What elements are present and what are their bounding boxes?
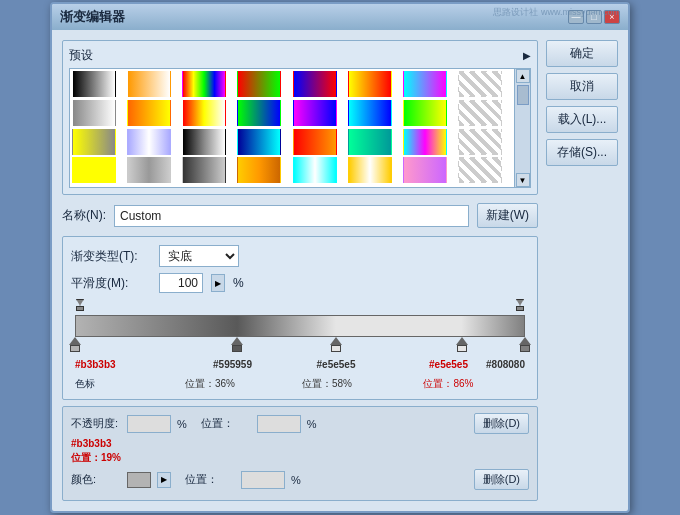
color-stop-marker[interactable] bbox=[456, 337, 468, 352]
preset-cell[interactable] bbox=[72, 157, 116, 183]
preset-cell[interactable] bbox=[293, 100, 337, 126]
color-stop-marker[interactable] bbox=[231, 337, 243, 352]
load-button[interactable]: 载入(L)... bbox=[546, 106, 618, 133]
opacity-edit-label: 不透明度: bbox=[71, 416, 121, 431]
ok-button[interactable]: 确定 bbox=[546, 40, 618, 67]
color-pos-input[interactable] bbox=[241, 471, 285, 489]
ann-595959: #595959 bbox=[213, 359, 252, 370]
delete-button-color[interactable]: 删除(D) bbox=[474, 469, 529, 490]
ann-pos-86: 位置：86% bbox=[423, 377, 473, 391]
preset-arrow-icon: ▶ bbox=[523, 50, 531, 61]
opacity-stop-right[interactable] bbox=[515, 299, 525, 311]
preset-cell[interactable] bbox=[403, 129, 447, 155]
preset-cell[interactable] bbox=[403, 157, 447, 183]
preset-cell[interactable] bbox=[237, 157, 281, 183]
preset-cell[interactable] bbox=[293, 157, 337, 183]
preset-cell[interactable] bbox=[348, 71, 392, 97]
preset-cell[interactable] bbox=[348, 129, 392, 155]
preset-cell[interactable] bbox=[348, 157, 392, 183]
new-button[interactable]: 新建(W) bbox=[477, 203, 538, 228]
cancel-button[interactable]: 取消 bbox=[546, 73, 618, 100]
name-row: 名称(N): 新建(W) bbox=[62, 203, 538, 228]
opacity-edit-row: 不透明度: % 位置： % 删除(D) bbox=[71, 413, 529, 434]
color-edit-row: 颜色: ▶ 位置： % 删除(D) bbox=[71, 469, 529, 490]
preset-cell[interactable] bbox=[182, 157, 226, 183]
scroll-thumb[interactable] bbox=[517, 85, 529, 105]
preset-grid bbox=[70, 69, 514, 187]
preset-cell[interactable] bbox=[403, 71, 447, 97]
ann-label-colorstop: 色标 bbox=[75, 377, 95, 391]
pos-edit-input[interactable] bbox=[257, 415, 301, 433]
delete-button-opacity[interactable]: 删除(D) bbox=[474, 413, 529, 434]
smoothness-input[interactable] bbox=[159, 273, 203, 293]
gradient-type-label: 渐变类型(T): bbox=[71, 248, 151, 265]
preset-cell[interactable] bbox=[293, 71, 337, 97]
preset-label-text: 预设 bbox=[69, 47, 93, 64]
top-stops bbox=[75, 299, 525, 315]
preset-cell[interactable] bbox=[458, 157, 502, 183]
save-button[interactable]: 存储(S)... bbox=[546, 139, 618, 166]
gradient-bar[interactable] bbox=[75, 315, 525, 337]
preset-scrollbar[interactable]: ▲ ▼ bbox=[514, 69, 530, 187]
color-swatch[interactable] bbox=[127, 472, 151, 488]
preset-label: 预设 ▶ bbox=[69, 47, 531, 64]
preset-cell[interactable] bbox=[182, 129, 226, 155]
watermark: 思路设计社 www.missyuan.com bbox=[493, 6, 620, 19]
smoothness-spinner[interactable]: ▶ bbox=[211, 274, 225, 292]
color-stop-marker[interactable] bbox=[519, 337, 531, 352]
preset-cell[interactable] bbox=[182, 71, 226, 97]
preset-cell[interactable] bbox=[127, 71, 171, 97]
opacity-stop-left[interactable] bbox=[75, 299, 85, 311]
edit-section: 不透明度: % 位置： % 删除(D) #b3b3b3 位置：19% 颜色: ▶… bbox=[62, 406, 538, 501]
pos-percent: % bbox=[307, 418, 317, 430]
ann-pos-36: 位置：36% bbox=[185, 377, 235, 391]
color-annotations: #b3b3b3 #595959 #e5e5e5 #e5e5e5 #808080 bbox=[75, 359, 525, 377]
preset-cell[interactable] bbox=[72, 71, 116, 97]
main-panel: 预设 ▶ bbox=[62, 40, 538, 501]
smoothness-row: 平滑度(M): ▶ % bbox=[71, 273, 529, 293]
ann-e5e5e5-1: #e5e5e5 bbox=[317, 359, 356, 370]
ann-b3b3b3: #b3b3b3 bbox=[75, 359, 116, 370]
name-label: 名称(N): bbox=[62, 207, 106, 224]
gradient-editor-window: 渐变编辑器 — □ × 预设 ▶ bbox=[50, 2, 630, 513]
color-pos-percent: % bbox=[291, 474, 301, 486]
ann-e5e5e5-2: #e5e5e5 bbox=[429, 359, 468, 370]
preset-cell[interactable] bbox=[72, 129, 116, 155]
window-content: 预设 ▶ bbox=[52, 30, 628, 511]
preset-cell[interactable] bbox=[237, 100, 281, 126]
color-stop-marker[interactable] bbox=[69, 337, 81, 352]
sub-color-label: #b3b3b3 bbox=[71, 438, 529, 449]
settings-group: 渐变类型(T): 实底 平滑度(M): ▶ % bbox=[62, 236, 538, 400]
ann-808080: #808080 bbox=[486, 359, 525, 370]
preset-cell[interactable] bbox=[237, 71, 281, 97]
position-annotations: 色标 位置：36% 位置：58% 位置：86% bbox=[75, 377, 525, 391]
color-stop-marker[interactable] bbox=[330, 337, 342, 352]
gradient-type-select[interactable]: 实底 bbox=[159, 245, 239, 267]
scroll-up-arrow[interactable]: ▲ bbox=[516, 69, 530, 83]
preset-cell[interactable] bbox=[403, 100, 447, 126]
preset-cell[interactable] bbox=[182, 100, 226, 126]
window-title: 渐变编辑器 bbox=[60, 8, 125, 26]
opacity-percent: % bbox=[177, 418, 187, 430]
opacity-edit-input[interactable] bbox=[127, 415, 171, 433]
preset-cell[interactable] bbox=[293, 129, 337, 155]
gradient-type-row: 渐变类型(T): 实底 bbox=[71, 245, 529, 267]
scroll-down-arrow[interactable]: ▼ bbox=[516, 173, 530, 187]
color-pos-label: 位置： bbox=[185, 472, 235, 487]
preset-cell[interactable] bbox=[127, 100, 171, 126]
preset-cell[interactable] bbox=[127, 157, 171, 183]
preset-cell[interactable] bbox=[458, 129, 502, 155]
preset-group: 预设 ▶ bbox=[62, 40, 538, 195]
preset-scroll-area: ▲ ▼ bbox=[69, 68, 531, 188]
pos-edit-label: 位置： bbox=[201, 416, 251, 431]
color-edit-label: 颜色: bbox=[71, 472, 121, 487]
preset-cell[interactable] bbox=[458, 71, 502, 97]
preset-cell[interactable] bbox=[72, 100, 116, 126]
preset-cell[interactable] bbox=[348, 100, 392, 126]
preset-cell[interactable] bbox=[458, 100, 502, 126]
preset-cell[interactable] bbox=[127, 129, 171, 155]
side-buttons: 确定 取消 载入(L)... 存储(S)... bbox=[546, 40, 618, 501]
color-arrow-button[interactable]: ▶ bbox=[157, 472, 171, 488]
name-input[interactable] bbox=[114, 205, 469, 227]
preset-cell[interactable] bbox=[237, 129, 281, 155]
